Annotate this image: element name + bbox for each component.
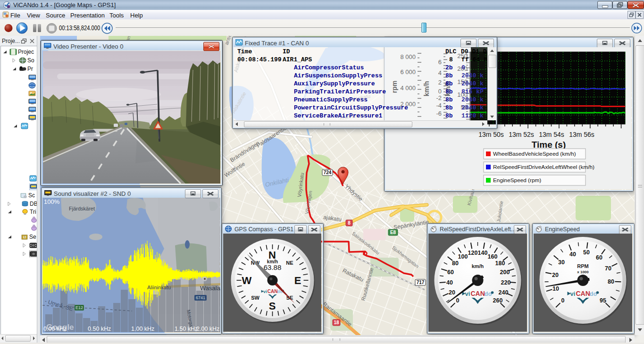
- svg-text:40: 40: [569, 251, 576, 258]
- svg-text:13m 54s: 13m 54s: [539, 131, 564, 138]
- svg-text:13m 52s: 13m 52s: [509, 131, 534, 138]
- svg-text:km/h: km/h: [472, 263, 484, 269]
- svg-text:CAN: CAN: [576, 290, 590, 297]
- svg-text:100%: 100%: [44, 198, 60, 205]
- svg-text:S: S: [269, 300, 276, 312]
- svg-text:200: 200: [500, 269, 510, 276]
- svg-text:do: do: [590, 290, 597, 297]
- svg-text:Fjärdskäret: Fjärdskäret: [69, 206, 95, 211]
- svg-text:50: 50: [583, 249, 590, 256]
- svg-text:240: 240: [499, 289, 509, 296]
- svg-text:E12: E12: [75, 305, 83, 310]
- svg-text:63.88: 63.88: [264, 263, 282, 271]
- svg-text:180: 180: [495, 260, 505, 267]
- svg-text:0: 0: [561, 297, 565, 304]
- svg-text:220: 220: [501, 279, 511, 286]
- svg-text:100: 100: [458, 253, 468, 260]
- svg-text:1.50 kHz: 1.50 kHz: [175, 326, 198, 332]
- svg-text:60: 60: [596, 254, 602, 261]
- svg-text:Wasalar: Wasalar: [200, 285, 220, 292]
- svg-text:E8: E8: [390, 230, 396, 235]
- svg-text:SW: SW: [251, 295, 259, 301]
- svg-text:20: 20: [552, 272, 559, 278]
- svg-text:717: 717: [417, 280, 425, 285]
- svg-text:40: 40: [446, 279, 453, 286]
- svg-text:60: 60: [447, 269, 454, 276]
- svg-text:0.00 kHz: 0.00 kHz: [43, 326, 67, 332]
- svg-text:do: do: [485, 290, 492, 297]
- svg-text:260: 260: [493, 297, 503, 304]
- svg-text:724: 724: [324, 170, 332, 175]
- svg-text:WheelBasedVehicleSpeed (km/h): WheelBasedVehicleSpeed (km/h): [493, 151, 576, 157]
- svg-text:140: 140: [478, 250, 488, 256]
- svg-text:EngineSpeed (rpm): EngineSpeed (rpm): [493, 177, 541, 184]
- svg-text:W: W: [242, 275, 252, 286]
- svg-text:1.00 kHz: 1.00 kHz: [131, 326, 154, 332]
- svg-text:0: 0: [456, 297, 460, 304]
- svg-text:CAN: CAN: [471, 290, 485, 297]
- svg-text:CAN: CAN: [268, 289, 278, 294]
- svg-text:18: 18: [334, 320, 339, 325]
- svg-text:Aliininkatu: Aliininkatu: [147, 285, 171, 290]
- svg-text:Time (s): Time (s): [532, 140, 566, 150]
- svg-text:13m 50s: 13m 50s: [478, 131, 504, 138]
- svg-text:80: 80: [608, 278, 614, 285]
- svg-text:E: E: [294, 275, 301, 286]
- svg-text:vi: vi: [465, 290, 470, 297]
- svg-text:RelSpeedFirstDriveAxleLeftWhee: RelSpeedFirstDriveAxleLeftWheel (km/h): [493, 164, 594, 170]
- svg-text:8: 8: [348, 220, 351, 226]
- svg-text:160: 160: [488, 253, 498, 260]
- svg-text:80: 80: [452, 260, 459, 267]
- svg-text:2.00 kHz: 2.00 kHz: [196, 326, 219, 332]
- svg-text:20: 20: [449, 289, 455, 296]
- svg-text:x 1000: x 1000: [577, 270, 589, 274]
- svg-text:0.50 kHz: 0.50 kHz: [88, 326, 111, 332]
- svg-text:vi: vi: [263, 289, 267, 294]
- svg-text:6741: 6741: [196, 295, 205, 300]
- svg-text:95: 95: [600, 297, 606, 304]
- svg-text:vi: vi: [570, 290, 576, 297]
- svg-text:30: 30: [558, 259, 565, 266]
- svg-text:70: 70: [605, 265, 611, 272]
- svg-text:S: S: [24, 236, 25, 239]
- svg-text:NE: NE: [286, 260, 293, 266]
- svg-text:10: 10: [552, 285, 559, 292]
- svg-text:RPM: RPM: [577, 263, 588, 269]
- svg-text:13m 56s: 13m 56s: [569, 131, 594, 138]
- svg-text:120: 120: [468, 250, 478, 256]
